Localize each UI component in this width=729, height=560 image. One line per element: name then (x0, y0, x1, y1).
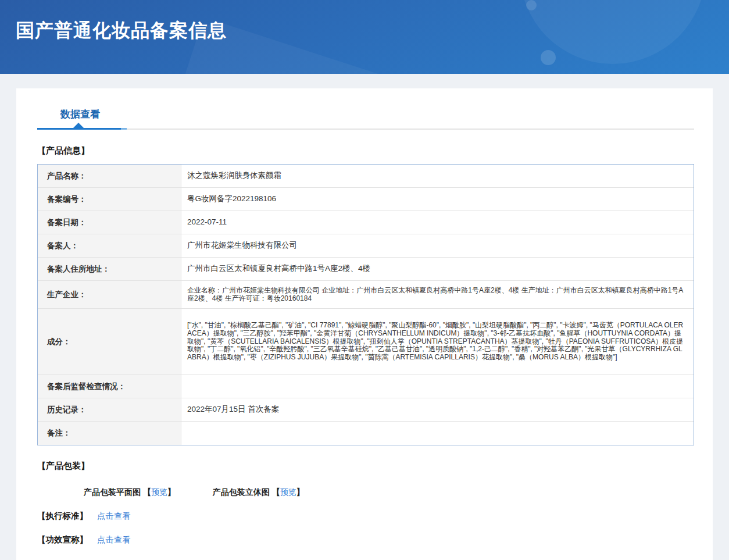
row-label: 历史记录： (38, 398, 181, 421)
bracket-close: 】 (167, 487, 176, 497)
section-title-standard: 【执行标准】 (37, 511, 88, 522)
row-label: 生产企业： (38, 281, 181, 308)
tab-active-underline-tip (121, 128, 127, 130)
table-row: 备案日期： 2022-07-11 (38, 211, 694, 234)
standard-row: 【执行标准】 点击查看 (37, 511, 694, 522)
row-label: 成分： (38, 309, 181, 374)
packaging-row: 产品包装平面图 【预览】 产品包装立体图 【预览】 (84, 487, 694, 498)
table-row: 备注： (38, 422, 694, 445)
table-row: 成分： ["水", "甘油", "棕榈酸乙基己酯", "矿油", "CI 778… (38, 309, 694, 375)
row-value-manufacturer: 企业名称：广州市花姬棠生物科技有限公司 企业地址：广州市白云区太和镇夏良村高桥中… (181, 281, 694, 308)
row-value-filing-number: 粤G妆网备字2022198106 (181, 188, 694, 211)
row-value-supervision (181, 375, 694, 398)
header-banner: 国产普通化妆品备案信息 (0, 0, 729, 74)
section-title-packaging: 【产品包装】 (37, 461, 694, 472)
table-row: 备案后监督检查情况： (38, 375, 694, 398)
product-info-table: 产品名称： 沐之蔻焕彩润肤身体素颜霜 备案编号： 粤G妆网备字202219810… (37, 164, 694, 445)
page-title: 国产普通化妆品备案信息 (16, 18, 227, 44)
efficacy-row: 【功效宣称】 点击查看 (37, 534, 694, 545)
table-row: 生产企业： 企业名称：广州市花姬棠生物科技有限公司 企业地址：广州市白云区太和镇… (38, 281, 694, 309)
tab-bar: 数据查看 (37, 88, 694, 130)
preview-stereo-link[interactable]: 预览 (280, 487, 296, 497)
table-row: 历史记录： 2022年07月15日 首次备案 (38, 398, 694, 422)
packaging-flat-item: 产品包装平面图 【预览】 (84, 487, 176, 498)
row-label: 备案后监督检查情况： (38, 375, 181, 398)
row-label: 备案人住所地址： (38, 258, 181, 280)
decorative-dot (541, 50, 556, 65)
tab-active-underline (37, 128, 121, 130)
row-label: 备案日期： (38, 211, 181, 234)
efficacy-view-link[interactable]: 点击查看 (97, 534, 131, 545)
packaging-flat-label: 产品包装平面图 (84, 487, 141, 497)
bracket-close: 】 (296, 487, 305, 497)
bracket-open: 【 (143, 487, 151, 497)
packaging-stereo-item: 产品包装立体图 【预览】 (213, 487, 305, 498)
row-value-remark (181, 422, 694, 445)
row-label: 备注： (38, 422, 181, 445)
section-title-efficacy: 【功效宣称】 (37, 534, 88, 545)
tab-data-view[interactable]: 数据查看 (60, 108, 100, 121)
decorative-dot (526, 0, 537, 10)
row-label: 备案人： (38, 234, 181, 257)
row-value-ingredients: ["水", "甘油", "棕榈酸乙基己酯", "矿油", "CI 77891",… (181, 309, 694, 374)
table-row: 备案编号： 粤G妆网备字2022198106 (38, 188, 694, 211)
content-card: 数据查看 【产品信息】 产品名称： 沐之蔻焕彩润肤身体素颜霜 备案编号： 粤G妆… (16, 88, 713, 560)
standard-view-link[interactable]: 点击查看 (97, 511, 131, 522)
table-row: 备案人： 广州市花姬棠生物科技有限公司 (38, 234, 694, 258)
decorative-circle (520, 0, 706, 64)
row-label: 备案编号： (38, 188, 181, 211)
section-title-product-info: 【产品信息】 (37, 145, 694, 156)
table-row: 产品名称： 沐之蔻焕彩润肤身体素颜霜 (38, 165, 694, 188)
row-value-product-name: 沐之蔻焕彩润肤身体素颜霜 (181, 165, 694, 187)
preview-flat-link[interactable]: 预览 (151, 487, 167, 497)
row-value-filing-date: 2022-07-11 (181, 211, 694, 234)
bracket-open: 【 (272, 487, 280, 497)
table-row: 备案人住所地址： 广州市白云区太和镇夏良村高桥中路1号A座2楼、4楼 (38, 258, 694, 281)
tab-divider-line (37, 129, 694, 130)
row-value-registrant-address: 广州市白云区太和镇夏良村高桥中路1号A座2楼、4楼 (181, 258, 694, 280)
row-value-history: 2022年07月15日 首次备案 (181, 398, 694, 421)
row-label: 产品名称： (38, 165, 181, 187)
row-value-registrant: 广州市花姬棠生物科技有限公司 (181, 234, 694, 257)
packaging-stereo-label: 产品包装立体图 (213, 487, 270, 497)
tab-indicator-triangle (73, 123, 84, 128)
